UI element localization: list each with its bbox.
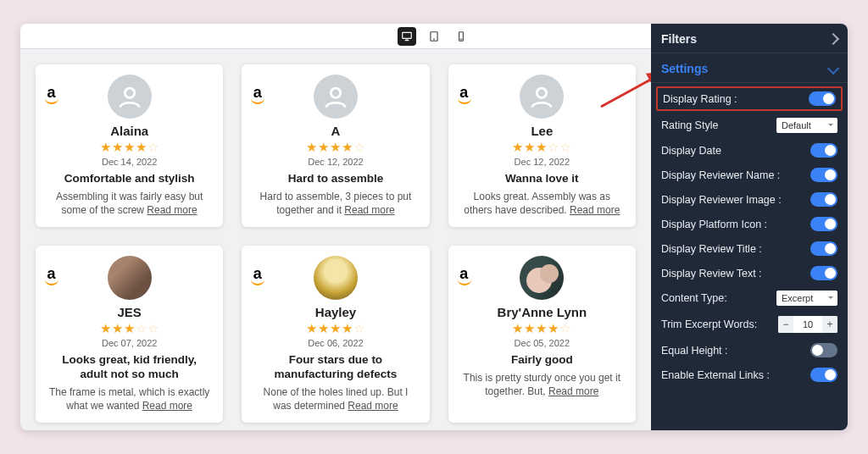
stepper-plus[interactable]: + (822, 316, 837, 333)
review-card: aAlaina★★★★☆Dec 14, 2022Comfortable and … (36, 64, 223, 227)
review-date: Dec 07, 2022 (47, 338, 211, 348)
review-date: Dec 06, 2022 (253, 338, 417, 348)
display-reviewer-image-label: Display Reviewer Image : (661, 194, 782, 206)
content-type-label: Content Type: (661, 292, 727, 304)
review-date: Dec 12, 2022 (253, 157, 417, 167)
reviewer-name: Alaina (47, 124, 211, 138)
display-rating-toggle[interactable] (809, 91, 836, 106)
review-text: Looks great. Assembly was as others have… (460, 190, 624, 217)
stepper-minus[interactable]: − (778, 316, 793, 333)
amazon-icon: a (250, 85, 264, 104)
review-title: Four stars due to manufacturing defects (253, 353, 417, 382)
review-text: This is pretty sturdy once you get it to… (460, 371, 624, 398)
review-card: aLee★★★☆☆Dec 12, 2022Wanna love itLooks … (448, 64, 636, 227)
display-platform-icon-label: Display Platform Icon : (661, 219, 767, 230)
chevron-right-icon (827, 33, 839, 45)
device-mobile-button[interactable] (452, 27, 470, 46)
star-rating: ★★★★☆ (460, 321, 624, 336)
avatar (314, 75, 358, 119)
read-more-link[interactable]: Read more (142, 400, 192, 412)
review-title: Looks great, kid friendly, adult not so … (47, 353, 211, 382)
review-card: aBry'Anne Lynn★★★★☆Dec 05, 2022Fairly go… (448, 246, 636, 423)
star-rating: ★★★★☆ (253, 321, 417, 336)
content-type-select[interactable]: Excerpt (776, 291, 837, 306)
filters-label: Filters (661, 32, 697, 46)
display-date-label: Display Date (661, 145, 721, 157)
review-date: Dec 05, 2022 (460, 338, 624, 348)
avatar (520, 75, 564, 119)
display-platform-icon-toggle[interactable] (810, 217, 837, 231)
display-review-text-toggle[interactable] (810, 266, 837, 280)
display-review-title-toggle[interactable] (810, 241, 837, 256)
avatar (314, 256, 358, 300)
reviewer-name: JES (47, 305, 211, 319)
amazon-icon: a (457, 85, 471, 104)
review-text: Hard to assemble, 3 pieces to put togeth… (253, 190, 417, 217)
rating-style-label: Rating Style (661, 119, 718, 131)
rating-style-row: Rating Style Default (651, 113, 848, 138)
amazon-icon: a (250, 266, 264, 285)
display-reviewer-image-toggle[interactable] (810, 192, 837, 207)
review-card: aA★★★★☆Dec 12, 2022Hard to assembleHard … (242, 64, 429, 227)
filters-section-header[interactable]: Filters (651, 24, 848, 53)
display-rating-row: Display Rating : (656, 86, 843, 111)
review-text: None of the holes lined up. But I was de… (253, 385, 417, 412)
enable-links-label: Enable External Links : (661, 369, 770, 381)
display-review-text-label: Display Review Text : (661, 268, 762, 280)
display-review-title-label: Display Review Title : (661, 243, 762, 255)
reviewer-name: Hayley (253, 305, 417, 319)
star-rating: ★★★★☆ (253, 140, 417, 155)
trim-words-label: Trim Excerpt Words: (661, 318, 757, 330)
svg-point-7 (537, 88, 547, 97)
display-date-toggle[interactable] (810, 143, 837, 158)
avatar (108, 75, 152, 119)
device-desktop-button[interactable] (398, 27, 416, 46)
svg-point-4 (461, 39, 462, 40)
review-text: The frame is metal, which is exactly wha… (47, 385, 211, 412)
star-rating: ★★★☆☆ (460, 140, 624, 155)
review-title: Wanna love it (460, 172, 624, 186)
svg-point-6 (331, 88, 340, 97)
display-reviewer-name-toggle[interactable] (810, 168, 837, 182)
avatar (108, 256, 152, 300)
content-type-row: Content Type: Excerpt (651, 285, 848, 311)
rating-style-select[interactable]: Default (776, 118, 837, 133)
review-card: aJES★★★☆☆Dec 07, 2022Looks great, kid fr… (36, 246, 223, 423)
read-more-link[interactable]: Read more (344, 204, 394, 216)
review-title: Comfortable and stylish (47, 172, 211, 186)
equal-height-label: Equal Height : (661, 345, 728, 357)
equal-height-toggle[interactable] (810, 343, 837, 357)
stepper-value: 10 (793, 316, 822, 333)
settings-label: Settings (661, 62, 708, 75)
svg-point-2 (434, 39, 435, 40)
chevron-down-icon (827, 63, 839, 75)
star-rating: ★★★★☆ (47, 140, 211, 155)
settings-section-header[interactable]: Settings (651, 53, 848, 83)
trim-words-row: Trim Excerpt Words: − 10 + (651, 311, 848, 338)
avatar (520, 256, 564, 300)
amazon-icon: a (44, 85, 58, 104)
enable-links-toggle[interactable] (810, 368, 837, 382)
device-tablet-button[interactable] (425, 27, 443, 46)
review-title: Fairly good (460, 353, 624, 368)
svg-rect-0 (403, 32, 412, 38)
amazon-icon: a (457, 266, 471, 285)
read-more-link[interactable]: Read more (548, 385, 598, 397)
review-date: Dec 12, 2022 (460, 157, 624, 167)
amazon-icon: a (44, 266, 58, 285)
review-date: Dec 14, 2022 (47, 157, 211, 167)
reviewer-name: Bry'Anne Lynn (460, 305, 624, 319)
settings-sidebar: Filters Settings Display Rating : Rating… (651, 24, 848, 430)
svg-point-5 (125, 88, 134, 97)
review-title: Hard to assemble (253, 172, 417, 186)
review-text: Assembling it was fairly easy but some o… (47, 190, 211, 217)
star-rating: ★★★☆☆ (47, 321, 211, 336)
read-more-link[interactable]: Read more (147, 204, 197, 216)
read-more-link[interactable]: Read more (348, 400, 398, 412)
display-rating-label: Display Rating : (663, 93, 737, 105)
read-more-link[interactable]: Read more (570, 204, 620, 216)
trim-words-stepper[interactable]: − 10 + (778, 316, 837, 333)
reviewer-name: Lee (460, 124, 624, 138)
reviewer-name: A (253, 124, 417, 138)
display-reviewer-name-label: Display Reviewer Name : (661, 169, 780, 181)
